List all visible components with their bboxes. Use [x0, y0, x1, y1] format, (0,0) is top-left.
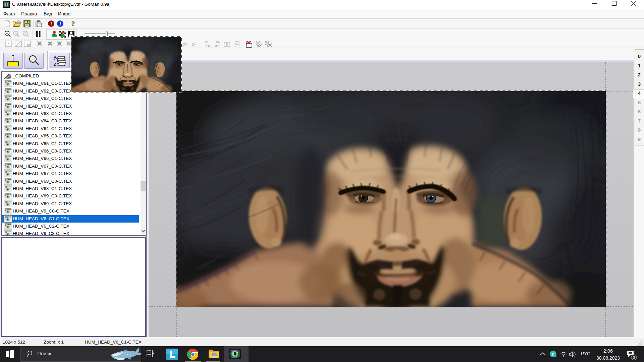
svg-text:A: A: [54, 55, 57, 60]
svg-text:3: 3: [633, 355, 635, 360]
svg-text:?: ?: [71, 20, 75, 27]
svg-text:90-: 90-: [215, 41, 220, 44]
svg-text:Z: Z: [54, 62, 56, 67]
svg-text:90+: 90+: [205, 41, 210, 44]
